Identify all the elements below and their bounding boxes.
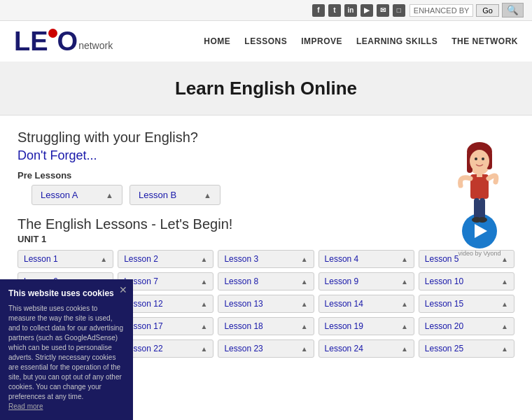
- search-label: ENHANCED BY: [410, 4, 473, 17]
- cookie-banner: ✕ This website uses cookies This website…: [0, 279, 133, 372]
- lesson-label-23: Lesson 23: [224, 344, 262, 354]
- nav-improve[interactable]: IMPROVE: [301, 36, 342, 46]
- svg-point-12: [477, 217, 487, 223]
- lesson-label-13: Lesson 13: [224, 299, 262, 309]
- lesson-label-19: Lesson 19: [325, 321, 363, 331]
- facebook-icon[interactable]: f: [312, 4, 325, 17]
- chevron-icon-18: ▲: [301, 323, 308, 330]
- lesson-cell-13[interactable]: Lesson 13 ▲: [218, 295, 314, 313]
- chevron-icon-9: ▲: [401, 278, 408, 286]
- chevron-icon-19: ▲: [401, 323, 408, 330]
- lesson-label-20: Lesson 20: [425, 321, 463, 331]
- chevron-up-icon-b: ▲: [204, 191, 211, 200]
- youtube-icon[interactable]: ▶: [360, 4, 373, 17]
- character-svg: [448, 136, 511, 227]
- pre-lesson-b-button[interactable]: Lesson B ▲: [130, 185, 220, 205]
- lesson-cell-9[interactable]: Lesson 9 ▲: [318, 272, 414, 290]
- search-bar: ENHANCED BY Go 🔍: [410, 3, 524, 18]
- nav-home[interactable]: HOME: [204, 36, 230, 46]
- lesson-label-15: Lesson 15: [425, 299, 463, 309]
- lesson-label-4: Lesson 4: [325, 254, 359, 264]
- lesson-cell-19[interactable]: Lesson 19 ▲: [318, 317, 414, 335]
- section-title: The English Lessons - Let's Begin!: [18, 216, 514, 232]
- logo: LE O network: [14, 28, 113, 55]
- lesson-cell-4[interactable]: Lesson 4 ▲: [318, 250, 414, 268]
- lesson-cell-8[interactable]: Lesson 8 ▲: [218, 272, 314, 290]
- lesson-cell-3[interactable]: Lesson 3 ▲: [218, 250, 314, 268]
- chevron-icon-7: ▲: [200, 278, 207, 286]
- chevron-icon-12: ▲: [200, 300, 207, 308]
- chevron-icon-14: ▲: [401, 300, 408, 308]
- lesson-cell-2[interactable]: Lesson 2 ▲: [118, 250, 214, 268]
- lesson-label-25: Lesson 25: [425, 344, 463, 354]
- pre-lesson-a-label: Lesson A: [41, 190, 78, 200]
- cookie-close-button[interactable]: ✕: [119, 284, 127, 298]
- lesson-cell-24[interactable]: Lesson 24 ▲: [318, 340, 414, 358]
- logo-network-text: network: [78, 40, 113, 51]
- video-credit: video by Vyond: [458, 250, 500, 257]
- pre-lesson-b-label: Lesson B: [139, 190, 176, 200]
- lesson-label-8: Lesson 8: [224, 276, 258, 286]
- linkedin-icon[interactable]: in: [344, 4, 357, 17]
- chevron-up-icon-a: ▲: [106, 191, 113, 200]
- rss-icon[interactable]: □: [393, 4, 405, 17]
- lesson-cell-25[interactable]: Lesson 25 ▲: [419, 340, 514, 358]
- logo-dot: [48, 29, 57, 38]
- chevron-icon-17: ▲: [200, 323, 207, 330]
- chevron-icon-15: ▲: [501, 300, 508, 308]
- lesson-cell-18[interactable]: Lesson 18 ▲: [218, 317, 314, 335]
- nav-lessons[interactable]: LESSONS: [244, 36, 287, 46]
- lesson-label-14: Lesson 14: [325, 299, 363, 309]
- chevron-icon-24: ▲: [401, 345, 408, 353]
- email-icon[interactable]: ✉: [377, 4, 389, 17]
- nav-learning-skills[interactable]: LEARNING SKILLS: [356, 36, 438, 46]
- twitter-icon[interactable]: t: [328, 4, 341, 17]
- lesson-label-9: Lesson 9: [325, 276, 359, 286]
- chevron-icon-4: ▲: [401, 255, 408, 263]
- search-go-button[interactable]: Go: [476, 4, 499, 17]
- cookie-title: This website uses cookies: [8, 288, 125, 300]
- svg-rect-7: [470, 174, 489, 199]
- lesson-label-3: Lesson 3: [224, 254, 258, 264]
- pre-lessons-label: Pre Lessons: [18, 170, 514, 181]
- lesson-cell-23[interactable]: Lesson 23 ▲: [218, 340, 314, 358]
- chevron-icon-2: ▲: [200, 255, 207, 263]
- svg-point-5: [475, 158, 477, 160]
- social-icons: f t in ▶ ✉ □: [312, 4, 405, 17]
- lesson-cell-14[interactable]: Lesson 14 ▲: [318, 295, 414, 313]
- search-button[interactable]: 🔍: [502, 3, 524, 18]
- lesson-cell-20[interactable]: Lesson 20 ▲: [419, 317, 514, 335]
- header: LE O network HOME LESSONS IMPROVE LEARNI…: [0, 21, 532, 62]
- lesson-label-18: Lesson 18: [224, 321, 262, 331]
- struggling-text: Struggling with your English?: [18, 130, 514, 146]
- lesson-cell-1[interactable]: Lesson 1 ▲: [18, 250, 113, 268]
- main-nav: HOME LESSONS IMPROVE LEARNING SKILLS THE…: [204, 36, 518, 46]
- character-widget: video by Vyond: [441, 136, 518, 257]
- pre-lesson-a-button[interactable]: Lesson A ▲: [31, 185, 122, 205]
- nav-the-network[interactable]: THE NETWORK: [451, 36, 518, 46]
- lesson-label-10: Lesson 10: [425, 276, 463, 286]
- top-bar: f t in ▶ ✉ □ ENHANCED BY Go 🔍: [0, 0, 532, 21]
- lesson-label-1: Lesson 1: [24, 254, 58, 264]
- lesson-cell-15[interactable]: Lesson 15 ▲: [419, 295, 514, 313]
- dont-forget-text: Don't Forget...: [18, 148, 514, 163]
- lesson-label-24: Lesson 24: [325, 344, 363, 354]
- cookie-text: This website uses cookies to measure the…: [8, 304, 125, 372]
- unit-label: UNIT 1: [18, 234, 514, 244]
- chevron-icon-13: ▲: [301, 300, 308, 308]
- svg-point-6: [482, 158, 484, 160]
- chevron-icon-20: ▲: [501, 323, 508, 330]
- chevron-icon-3: ▲: [301, 255, 308, 263]
- svg-rect-9: [474, 198, 479, 219]
- lesson-cell-10[interactable]: Lesson 10 ▲: [419, 272, 514, 290]
- chevron-icon-25: ▲: [501, 345, 508, 353]
- hero-title: Learn English Online: [0, 78, 532, 99]
- chevron-icon-22: ▲: [200, 345, 207, 353]
- chevron-icon-8: ▲: [301, 278, 308, 286]
- logo-o-text: O: [57, 28, 78, 55]
- logo-leo-text: LE: [14, 28, 48, 55]
- svg-rect-10: [479, 198, 485, 219]
- svg-point-4: [470, 150, 489, 172]
- character-figure: [448, 136, 511, 220]
- chevron-icon-10: ▲: [501, 278, 508, 286]
